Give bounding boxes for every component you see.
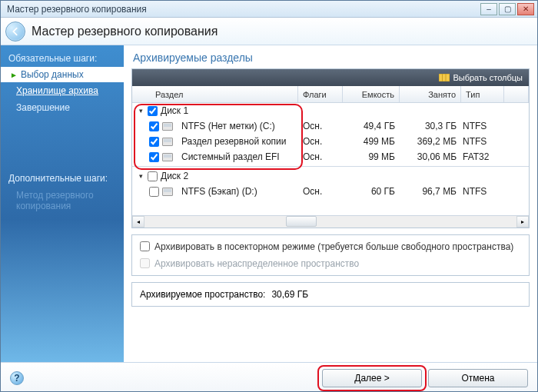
minimize-button[interactable]: – xyxy=(480,3,497,15)
column-headers: Раздел Флаги Емкость Занято Тип xyxy=(132,86,529,103)
main-panel: Архивируемые разделы Выбрать столбцы Раз… xyxy=(124,45,537,362)
partition-type: NTFS xyxy=(461,121,504,131)
disk-icon xyxy=(162,188,173,196)
header: Мастер резервного копирования xyxy=(1,18,537,45)
window-buttons: – ▢ ✕ xyxy=(480,3,534,15)
footer: ? Далее > Отмена xyxy=(1,362,537,392)
help-button[interactable]: ? xyxy=(10,371,24,385)
partition-checkbox[interactable] xyxy=(149,121,159,131)
partition-checkbox[interactable] xyxy=(149,137,159,147)
sidebar-item-finish[interactable]: Завершение xyxy=(1,99,124,116)
partition-row[interactable]: Системный раздел EFI Осн. 99 МБ 30,06 МБ… xyxy=(132,149,529,164)
close-button[interactable]: ✕ xyxy=(517,3,534,15)
sidebar-optional-label: Дополнительные шаги: xyxy=(1,170,124,187)
partition-flags: Осн. xyxy=(298,121,343,131)
scroll-thumb[interactable] xyxy=(286,216,317,227)
titlebar: Мастер резервного копирования – ▢ ✕ xyxy=(1,1,537,18)
expand-icon[interactable]: ▾ xyxy=(137,172,144,180)
option-unallocated: Архивировать нераспределенное пространст… xyxy=(140,258,521,269)
partition-name: NTFS (Нет метки) (C:) xyxy=(181,121,298,131)
disk-checkbox[interactable] xyxy=(148,171,158,181)
disk-name: Диск 2 xyxy=(161,171,188,181)
sidebar-item-label: Метод резервного копирования xyxy=(16,190,94,211)
wizard-window: Мастер резервного копирования – ▢ ✕ Маст… xyxy=(0,0,538,392)
partition-row[interactable]: Раздел резервной копии Осн. 499 МБ 369,2… xyxy=(132,134,529,149)
disk-group[interactable]: ▾ Диск 2 xyxy=(132,168,529,184)
horizontal-scrollbar[interactable]: ◂ ▸ xyxy=(132,215,529,228)
partition-used: 30,06 МБ xyxy=(400,151,461,162)
page-title: Архивируемые разделы xyxy=(133,51,530,64)
partition-used: 369,2 МБ xyxy=(400,136,461,147)
disk-icon xyxy=(162,122,173,131)
partition-used: 96,7 МБ xyxy=(400,186,461,197)
header-title: Мастер резервного копирования xyxy=(32,25,218,38)
scroll-track[interactable] xyxy=(144,216,516,228)
partition-type: FAT32 xyxy=(461,151,504,162)
partition-flags: Осн. xyxy=(298,186,343,197)
disk-group[interactable]: ▾ Диск 1 xyxy=(132,103,529,118)
sidebar-item-select-data[interactable]: Выбор данных xyxy=(1,67,124,82)
wizard-buttons: Далее > Отмена xyxy=(322,369,528,387)
expand-icon[interactable]: ▾ xyxy=(137,107,144,115)
sidebar-item-backup-method: Метод резервного копирования xyxy=(1,187,124,214)
partition-row[interactable]: NTFS (Нет метки) (C:) Осн. 49,4 ГБ 30,3 … xyxy=(132,118,529,134)
partition-row[interactable]: NTFS (Бэкап) (D:) Осн. 60 ГБ 96,7 МБ NTF… xyxy=(132,184,529,199)
window-title: Мастер резервного копирования xyxy=(4,4,480,15)
col-used[interactable]: Занято xyxy=(400,86,461,102)
col-type[interactable]: Тип xyxy=(461,86,504,102)
sidebar-required-label: Обязательные шаги: xyxy=(1,50,124,67)
option-label: Архивировать нераспределенное пространст… xyxy=(154,258,359,269)
columns-icon xyxy=(439,74,450,81)
sidebar-item-label: Завершение xyxy=(16,102,70,113)
back-button[interactable] xyxy=(5,22,25,42)
disk-icon xyxy=(162,153,173,161)
partition-capacity: 49,4 ГБ xyxy=(343,121,400,131)
next-button[interactable]: Далее > xyxy=(322,369,422,387)
disk-checkbox[interactable] xyxy=(148,106,158,116)
maximize-button[interactable]: ▢ xyxy=(499,3,516,15)
sidebar-item-label: Хранилище архива xyxy=(16,85,98,96)
disk-icon xyxy=(162,138,173,146)
partitions-pane: Выбрать столбцы Раздел Флаги Емкость Зан… xyxy=(131,68,530,228)
sidebar: Обязательные шаги: Выбор данных Хранилищ… xyxy=(1,45,124,362)
sidebar-item-archive-storage[interactable]: Хранилище архива xyxy=(1,82,124,99)
partition-flags: Осн. xyxy=(298,151,343,162)
partition-rows: ▾ Диск 1 NTFS (Нет метки) (C:) Осн. 49,4… xyxy=(132,103,529,215)
col-partition[interactable]: Раздел xyxy=(132,86,298,102)
disk-name: Диск 1 xyxy=(161,105,188,116)
pane-toolbar: Выбрать столбцы xyxy=(132,69,529,86)
summary-label: Архивируемое пространство: xyxy=(140,289,265,300)
partition-used: 30,3 ГБ xyxy=(400,121,461,131)
body: Обязательные шаги: Выбор данных Хранилищ… xyxy=(1,45,537,362)
partition-flags: Осн. xyxy=(298,136,343,147)
partition-capacity: 60 ГБ xyxy=(343,186,400,197)
svg-rect-0 xyxy=(439,74,450,81)
partition-name: Раздел резервной копии xyxy=(181,136,298,147)
partition-name: Системный раздел EFI xyxy=(181,151,298,162)
col-capacity[interactable]: Емкость xyxy=(343,86,400,102)
sector-mode-checkbox[interactable] xyxy=(140,241,150,251)
partition-type: NTFS xyxy=(461,186,504,197)
col-flags[interactable]: Флаги xyxy=(298,86,343,102)
cancel-button[interactable]: Отмена xyxy=(428,369,528,387)
sidebar-item-label: Выбор данных xyxy=(21,69,84,80)
option-sector-mode[interactable]: Архивировать в посекторном режиме (требу… xyxy=(140,241,521,252)
arrow-left-icon xyxy=(10,26,21,37)
summary-box: Архивируемое пространство: 30,69 ГБ xyxy=(131,282,530,307)
options-box: Архивировать в посекторном режиме (требу… xyxy=(131,234,530,276)
partition-checkbox[interactable] xyxy=(149,152,159,162)
partition-type: NTFS xyxy=(461,136,504,147)
partition-name: NTFS (Бэкап) (D:) xyxy=(181,186,298,197)
scroll-right-button[interactable]: ▸ xyxy=(516,216,529,228)
partition-checkbox[interactable] xyxy=(149,187,159,197)
partition-capacity: 99 МБ xyxy=(343,151,400,162)
scroll-left-button[interactable]: ◂ xyxy=(132,216,144,228)
summary-value: 30,69 ГБ xyxy=(271,289,308,300)
partition-capacity: 499 МБ xyxy=(343,136,400,147)
choose-columns-button[interactable]: Выбрать столбцы xyxy=(453,73,523,82)
option-label: Архивировать в посекторном режиме (требу… xyxy=(154,241,513,252)
unallocated-checkbox xyxy=(140,258,150,268)
